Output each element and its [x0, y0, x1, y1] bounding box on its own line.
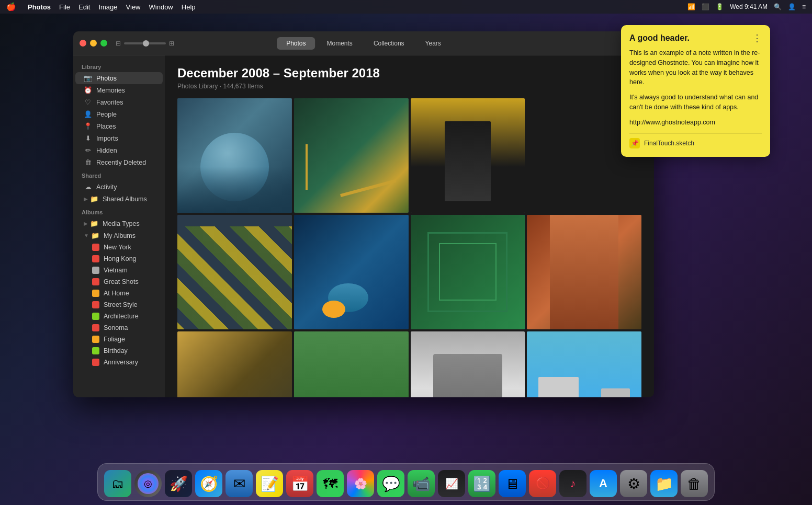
- sidebar-item-street-style[interactable]: Street Style: [75, 299, 163, 311]
- close-button[interactable]: [80, 40, 86, 47]
- menu-help[interactable]: Help: [182, 3, 196, 11]
- sidebar-item-recently-deleted[interactable]: 🗑 Recently Deleted: [75, 156, 163, 168]
- photo-cell-6[interactable]: [294, 215, 409, 329]
- dock-item-messages[interactable]: 💬: [377, 470, 404, 497]
- sidebar: Library 📷 Photos ⏰ Memories ♡ Favorites …: [73, 55, 165, 397]
- sidebar-item-hidden[interactable]: ✏ Hidden: [75, 144, 163, 156]
- menu-file[interactable]: File: [59, 3, 70, 11]
- sidebar-item-memories[interactable]: ⏰ Memories: [75, 84, 163, 96]
- tab-photos[interactable]: Photos: [277, 37, 315, 50]
- messages-icon: 💬: [382, 475, 400, 492]
- dock-item-notes[interactable]: 📝: [256, 470, 283, 497]
- photo-cell-9[interactable]: [177, 331, 292, 398]
- dock-item-launchpad[interactable]: 🚀: [165, 470, 192, 497]
- launchpad-icon: 🚀: [170, 475, 188, 492]
- apple-menu[interactable]: 🍎: [6, 2, 16, 12]
- wifi-icon[interactable]: 📶: [687, 3, 695, 10]
- recently-deleted-icon: 🗑: [84, 158, 92, 166]
- sidebar-item-great-shots[interactable]: Great Shots: [75, 276, 163, 288]
- ghostnote-link[interactable]: http://www.ghostnoteapp.com: [629, 118, 762, 128]
- minimize-button[interactable]: [90, 40, 97, 47]
- photo-cell-1[interactable]: [177, 98, 292, 213]
- album-anniversary-label: Anniversary: [104, 359, 138, 366]
- main-photo-area: December 2008 – September 2018 Photos Li…: [165, 55, 654, 397]
- sidebar-item-anniversary[interactable]: Anniversary: [75, 357, 163, 368]
- photo-cell-11[interactable]: [411, 331, 525, 398]
- sidebar-item-at-home[interactable]: At Home: [75, 288, 163, 299]
- menu-window[interactable]: Window: [149, 3, 173, 11]
- sidebar-memories-label: Memories: [96, 87, 125, 94]
- trash-icon: 🗑: [687, 475, 702, 492]
- zoom-slider[interactable]: [124, 42, 166, 44]
- photo-cell-10[interactable]: [294, 331, 409, 398]
- dock-item-news[interactable]: 🚫: [529, 470, 556, 497]
- sidebar-item-hong-kong[interactable]: Hong Kong: [75, 253, 163, 265]
- sidebar-item-activity[interactable]: ☁ Activity: [75, 181, 163, 193]
- sidebar-item-my-albums[interactable]: ▼ 📁 My Albums: [75, 229, 163, 242]
- battery-icon[interactable]: 🔋: [716, 3, 724, 10]
- photo-cell-5[interactable]: [177, 215, 292, 329]
- dock-item-mail[interactable]: ✉: [225, 470, 253, 497]
- expand-icon: ▶: [84, 196, 88, 202]
- photo-cell-3[interactable]: [411, 98, 525, 213]
- sidebar-item-architecture[interactable]: Architecture: [75, 311, 163, 322]
- search-icon[interactable]: 🔍: [774, 3, 782, 10]
- dock-item-finder[interactable]: 🗂: [104, 470, 131, 497]
- menu-edit[interactable]: Edit: [78, 3, 90, 11]
- ghostnote-footer: 📌 FinalTouch.sketch: [629, 133, 762, 148]
- album-at-home-label: At Home: [104, 290, 129, 297]
- safari-icon: 🧭: [200, 475, 218, 492]
- dock-item-reminders[interactable]: 📅: [286, 470, 313, 497]
- tab-collections[interactable]: Collections: [364, 37, 414, 50]
- dock-item-safari[interactable]: 🧭: [195, 470, 222, 497]
- dock-item-siri[interactable]: ◎: [134, 470, 162, 497]
- imports-icon: ⬇: [84, 134, 92, 142]
- photo-cell-8[interactable]: [527, 215, 641, 329]
- control-icon[interactable]: ≡: [802, 3, 806, 10]
- dock-item-keynote[interactable]: 🖥: [499, 470, 526, 497]
- sidebar-item-favorites[interactable]: ♡ Favorites: [75, 96, 163, 108]
- dock-item-preferences[interactable]: ⚙: [620, 470, 647, 497]
- album-hong-kong-label: Hong Kong: [104, 255, 137, 262]
- sidebar-item-vietnam[interactable]: Vietnam: [75, 265, 163, 276]
- dock-item-files[interactable]: 📁: [650, 470, 678, 497]
- dock-item-maps[interactable]: 🗺: [317, 470, 344, 497]
- sidebar-item-sonoma[interactable]: Sonoma: [75, 322, 163, 334]
- tab-moments[interactable]: Moments: [318, 37, 362, 50]
- sidebar-item-new-york[interactable]: New York: [75, 242, 163, 253]
- menu-view[interactable]: View: [126, 3, 141, 11]
- dock-item-music[interactable]: ♪: [559, 470, 587, 497]
- sidebar-item-photos[interactable]: 📷 Photos: [75, 72, 163, 84]
- ghostnote-menu-button[interactable]: ⋮: [752, 33, 762, 43]
- finder-icon: 🗂: [111, 476, 124, 491]
- app-menu-photos[interactable]: Photos: [28, 3, 51, 11]
- dock-item-stocks[interactable]: 📈: [438, 470, 465, 497]
- sidebar-item-birthday[interactable]: Birthday: [75, 345, 163, 357]
- photo-cell-7[interactable]: [411, 215, 525, 329]
- sidebar-item-people[interactable]: 👤 People: [75, 108, 163, 120]
- title-start: December 2008: [177, 66, 269, 80]
- user-icon[interactable]: 👤: [788, 3, 796, 10]
- sidebar-item-foliage[interactable]: Foliage: [75, 334, 163, 345]
- album-birthday-label: Birthday: [104, 347, 128, 354]
- menu-image[interactable]: Image: [98, 3, 117, 11]
- dock-item-appstore[interactable]: A: [590, 470, 617, 497]
- airplay-icon[interactable]: ⬛: [702, 3, 709, 10]
- fullscreen-button[interactable]: [100, 40, 107, 47]
- dock-item-photos[interactable]: 🌸: [347, 470, 374, 497]
- photo-cell-2[interactable]: [294, 98, 409, 213]
- sidebar-item-shared-albums[interactable]: ▶ 📁 Shared Albums: [75, 193, 163, 205]
- ghostnote-para-2: It's always good to understand what can …: [629, 93, 762, 112]
- media-types-icon: 📁: [90, 220, 98, 227]
- dock-item-numbers[interactable]: 🔢: [468, 470, 495, 497]
- photo-cell-12[interactable]: [527, 331, 641, 398]
- tab-years[interactable]: Years: [416, 37, 450, 50]
- ghostnote-header: A good header. ⋮: [629, 33, 762, 43]
- sidebar-photos-label: Photos: [96, 75, 117, 82]
- dock-item-trash[interactable]: 🗑: [681, 470, 708, 497]
- title-bar: ⊟ ⊞ Photos Moments Collections Years: [73, 31, 654, 55]
- sidebar-item-media-types[interactable]: ▶ 📁 Media Types: [75, 217, 163, 229]
- sidebar-item-imports[interactable]: ⬇ Imports: [75, 132, 163, 144]
- dock-item-facetime[interactable]: 📹: [408, 470, 435, 497]
- sidebar-item-places[interactable]: 📍 Places: [75, 120, 163, 132]
